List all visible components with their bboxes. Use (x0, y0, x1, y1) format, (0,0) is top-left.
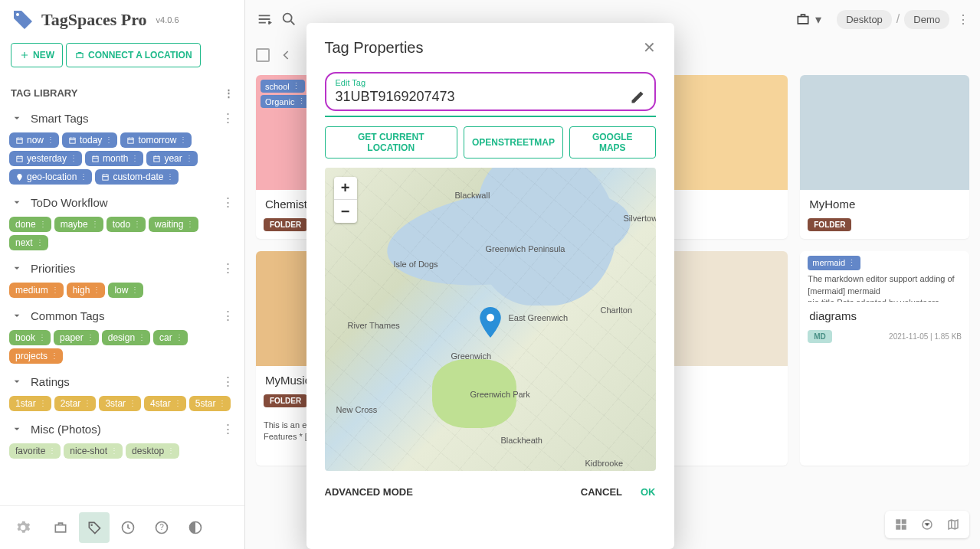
map-label: Greenwich (451, 351, 492, 361)
tag-done[interactable]: done⋮ (9, 217, 51, 232)
tag-next[interactable]: next⋮ (9, 235, 48, 250)
settings-icon[interactable] (8, 512, 38, 543)
tag-now[interactable]: now⋮ (9, 132, 59, 148)
group-more-icon[interactable]: ⋮ (222, 261, 234, 275)
tag-favorite[interactable]: favorite⋮ (9, 443, 61, 459)
map-label: Kidbrooke (585, 459, 624, 468)
tag-high[interactable]: high⋮ (67, 283, 106, 298)
tag-nice-shot[interactable]: nice-shot⋮ (64, 443, 123, 459)
close-icon[interactable]: ✕ (643, 38, 656, 57)
svg-rect-2 (70, 138, 75, 143)
app-name: TagSpaces Pro (41, 10, 147, 30)
tag-today[interactable]: today⋮ (62, 132, 117, 148)
card[interactable]: MyHomeFOLDER (800, 75, 969, 239)
connect-location-button[interactable]: CONNECT A LOCATION (66, 43, 201, 67)
group-more-icon[interactable]: ⋮ (222, 422, 234, 436)
group-header[interactable]: Smart Tags⋮ (0, 105, 244, 131)
tag-low[interactable]: low⋮ (108, 283, 143, 298)
svg-point-12 (284, 14, 292, 22)
card-tag[interactable]: Organic ⋮ (261, 95, 310, 108)
new-button[interactable]: NEW (11, 43, 63, 67)
tag-todo[interactable]: todo⋮ (107, 217, 146, 232)
tag-1star[interactable]: 1star⋮ (9, 396, 51, 411)
help-icon[interactable]: ? (146, 512, 177, 543)
tag-3star[interactable]: 3star⋮ (99, 396, 141, 411)
google-maps-button[interactable]: GOOGLE MAPS (569, 126, 656, 158)
card-tag[interactable]: school ⋮ (261, 80, 305, 93)
group-more-icon[interactable]: ⋮ (222, 111, 234, 125)
openstreetmap-button[interactable]: OPENSTREETMAP (464, 126, 563, 158)
tag-waiting[interactable]: waiting⋮ (149, 217, 198, 232)
sidebar: TagSpaces Pro v4.0.6 NEW CONNECT A LOCAT… (0, 0, 245, 549)
ok-button[interactable]: OK (641, 486, 656, 498)
group-header[interactable]: Misc (Photos)⋮ (0, 416, 244, 442)
tag-library-title: TAG LIBRARY (11, 87, 77, 99)
tag-geo-location[interactable]: geo-location⋮ (9, 169, 92, 185)
map-label: Greenwich Park (470, 390, 530, 399)
card-tag[interactable]: mermaid ⋮ (808, 256, 860, 270)
group-header[interactable]: Common Tags⋮ (0, 302, 244, 328)
edit-tag-input[interactable] (336, 87, 624, 106)
tag-properties-dialog: Tag Properties ✕ Edit Tag GET CURRENT LO… (306, 23, 674, 549)
get-current-location-button[interactable]: GET CURRENT LOCATION (325, 126, 457, 158)
back-icon[interactable] (279, 47, 294, 63)
svg-rect-1 (17, 138, 22, 143)
group-header[interactable]: ToDo Workflow⋮ (0, 189, 244, 215)
tag-maybe[interactable]: maybe⋮ (54, 217, 103, 232)
tag-tomorrow[interactable]: tomorrow⋮ (120, 132, 192, 148)
chevron-down-icon[interactable]: ▾ (815, 12, 821, 27)
svg-rect-4 (17, 156, 22, 162)
history-icon[interactable] (113, 512, 143, 543)
map-label: Charlton (601, 306, 633, 315)
grid-view-icon[interactable] (888, 514, 914, 535)
group-more-icon[interactable]: ⋮ (222, 309, 234, 322)
card[interactable]: mermaid ⋮The markdown editor support add… (800, 251, 969, 466)
briefcase-icon[interactable] (45, 512, 76, 543)
map-label: Blackheath (501, 436, 542, 445)
group-header[interactable]: Priorities⋮ (0, 255, 244, 281)
tag-year[interactable]: year⋮ (146, 151, 197, 166)
breadcrumb-0[interactable]: Desktop (837, 10, 892, 29)
zoom-in-button[interactable]: + (334, 177, 357, 200)
search-icon[interactable] (280, 11, 297, 28)
map-label: Blackwall (455, 191, 490, 200)
tag-paper[interactable]: paper⋮ (54, 330, 99, 345)
tag-4star[interactable]: 4star⋮ (144, 396, 186, 411)
tag-custom-date[interactable]: custom-date⋮ (95, 169, 179, 185)
cancel-button[interactable]: CANCEL (581, 486, 622, 498)
map-view-icon[interactable] (940, 514, 966, 535)
tag-design[interactable]: design⋮ (102, 330, 150, 345)
tag-book[interactable]: book⋮ (9, 330, 51, 345)
svg-rect-6 (154, 156, 159, 162)
lens-view-icon[interactable] (914, 514, 940, 535)
tag-desktop[interactable]: desktop⋮ (126, 443, 179, 459)
breadcrumb-1[interactable]: Demo (904, 10, 949, 29)
tag-icon[interactable] (79, 512, 110, 543)
tag-5star[interactable]: 5star⋮ (189, 396, 231, 411)
group-more-icon[interactable]: ⋮ (222, 374, 234, 388)
pencil-icon[interactable] (630, 90, 645, 105)
map[interactable]: + − BlackwallIsle of DogsGreenwich Penin… (325, 168, 656, 471)
group-header[interactable]: Ratings⋮ (0, 368, 244, 394)
tag-2star[interactable]: 2star⋮ (54, 396, 97, 411)
group-more-icon[interactable]: ⋮ (222, 195, 234, 209)
location-briefcase-icon[interactable] (795, 11, 811, 27)
map-label: River Thames (348, 321, 400, 330)
tag-car[interactable]: car⋮ (153, 330, 188, 345)
tag-month[interactable]: month⋮ (85, 151, 143, 166)
breadcrumb-more-icon[interactable]: ⋮ (957, 12, 969, 27)
tag-yesterday[interactable]: yesterday⋮ (9, 151, 82, 166)
library-more-icon[interactable]: ⋮ (224, 87, 234, 99)
svg-rect-7 (103, 175, 108, 180)
tag-medium[interactable]: medium⋮ (9, 283, 64, 298)
zoom-control: + − (334, 177, 357, 223)
advanced-mode-button[interactable]: ADVANCED MODE (325, 486, 413, 498)
edit-tag-label: Edit Tag (336, 78, 645, 87)
zoom-out-button[interactable]: − (334, 200, 357, 223)
view-switcher (885, 511, 969, 538)
svg-point-0 (16, 13, 19, 16)
theme-icon[interactable] (180, 512, 211, 543)
menu-toggle-icon[interactable] (256, 11, 273, 28)
tag-projects[interactable]: projects⋮ (9, 348, 63, 364)
select-all-checkbox[interactable] (256, 48, 270, 62)
